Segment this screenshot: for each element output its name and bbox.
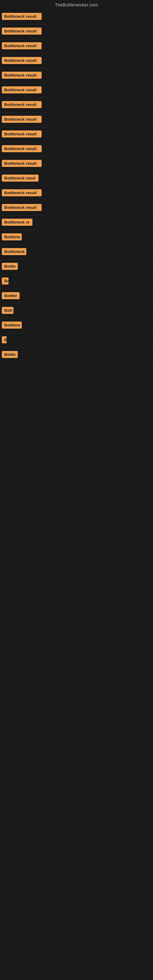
- bottleneck-badge[interactable]: B: [2, 336, 7, 343]
- result-item: Bottleneck result: [0, 98, 153, 113]
- result-item: Bott: [0, 304, 153, 318]
- result-item: Bottleneck: [0, 245, 153, 260]
- bottleneck-badge[interactable]: Bo: [2, 277, 9, 285]
- result-item: Bottleneck result: [0, 54, 153, 68]
- result-item: Bottleneck result: [0, 201, 153, 216]
- result-item: Bottleneck result: [0, 186, 153, 201]
- result-item: Bo: [0, 274, 153, 289]
- bottleneck-badge[interactable]: Bottleneck result: [2, 204, 41, 211]
- result-item: Bottlene: [0, 318, 153, 333]
- result-item: Bottleneck re: [0, 216, 153, 230]
- site-title: TheBottlenecker.com: [0, 0, 153, 10]
- result-item: B: [0, 333, 153, 348]
- bottleneck-badge[interactable]: Bottleneck result: [2, 101, 41, 108]
- bottleneck-badge[interactable]: Bottleneck re: [2, 219, 32, 226]
- results-list: Bottleneck resultBottleneck resultBottle…: [0, 10, 153, 363]
- result-item: Bottlene: [0, 230, 153, 245]
- bottleneck-badge[interactable]: Bottler: [2, 292, 19, 299]
- bottleneck-badge[interactable]: Bottleneck result: [2, 86, 41, 94]
- bottleneck-badge[interactable]: Bottlene: [2, 233, 22, 240]
- bottleneck-badge[interactable]: Bottleneck result: [2, 57, 41, 64]
- bottleneck-badge[interactable]: Bottleneck result: [2, 27, 41, 35]
- result-item: Bottler: [0, 289, 153, 304]
- result-item: Bottle: [0, 260, 153, 274]
- site-header: TheBottlenecker.com: [0, 0, 153, 10]
- result-item: Bottleneck result: [0, 83, 153, 98]
- bottleneck-badge[interactable]: Bottleneck result: [2, 72, 41, 79]
- bottleneck-badge[interactable]: Bottleneck result: [2, 160, 41, 167]
- result-item: Bottleneck result: [0, 39, 153, 54]
- bottleneck-badge[interactable]: Bott: [2, 307, 13, 314]
- result-item: Bottleneck result: [0, 157, 153, 172]
- bottleneck-badge[interactable]: Bottleneck result: [2, 116, 41, 123]
- bottleneck-badge[interactable]: Bottle: [2, 351, 18, 358]
- result-item: Bottleneck result: [0, 24, 153, 39]
- result-item: Bottleneck resul: [0, 172, 153, 186]
- bottleneck-badge[interactable]: Bottleneck: [2, 248, 26, 255]
- result-item: Bottleneck result: [0, 127, 153, 142]
- result-item: Bottleneck result: [0, 10, 153, 24]
- bottleneck-badge[interactable]: Bottle: [2, 263, 18, 270]
- bottleneck-badge[interactable]: Bottleneck result: [2, 13, 41, 20]
- result-item: Bottleneck result: [0, 113, 153, 127]
- bottleneck-badge[interactable]: Bottleneck result: [2, 145, 41, 152]
- bottleneck-badge[interactable]: Bottlene: [2, 321, 22, 329]
- result-item: Bottleneck result: [0, 68, 153, 83]
- result-item: Bottleneck result: [0, 142, 153, 157]
- bottleneck-badge[interactable]: Bottleneck resul: [2, 175, 38, 181]
- result-item: Bottle: [0, 348, 153, 363]
- bottleneck-badge[interactable]: Bottleneck result: [2, 42, 41, 49]
- bottleneck-badge[interactable]: Bottleneck result: [2, 189, 41, 196]
- bottleneck-badge[interactable]: Bottleneck result: [2, 130, 41, 137]
